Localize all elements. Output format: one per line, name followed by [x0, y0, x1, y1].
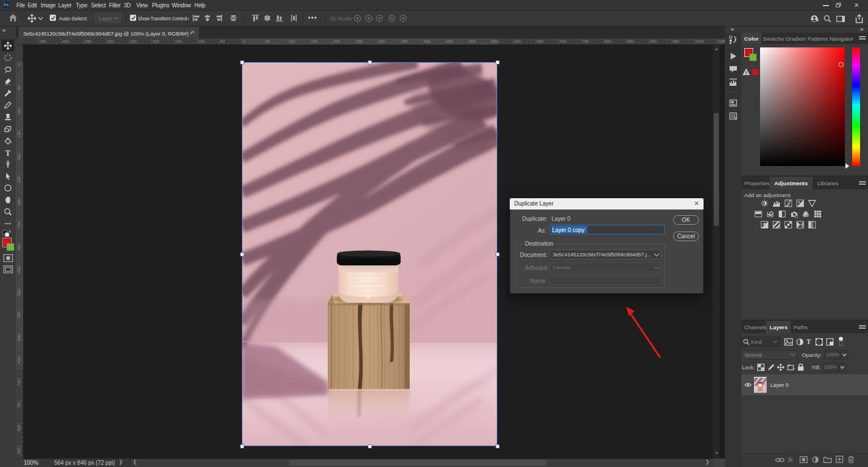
svg-text:50: 50 [220, 40, 225, 43]
svg-text:500: 500 [17, 289, 21, 296]
svg-text:100: 100 [17, 108, 21, 115]
svg-text:350: 350 [17, 221, 21, 228]
svg-text:150: 150 [17, 131, 21, 138]
svg-text:850: 850 [17, 447, 21, 454]
svg-text:0: 0 [17, 63, 21, 66]
svg-text:700: 700 [17, 379, 21, 386]
svg-text:600: 600 [17, 334, 21, 341]
svg-text:1000: 1000 [695, 40, 704, 43]
svg-text:750: 750 [17, 402, 21, 409]
svg-text:T: T [5, 149, 11, 157]
svg-text:50: 50 [266, 40, 270, 43]
svg-text:200: 200 [17, 154, 21, 160]
svg-text:450: 450 [17, 267, 21, 273]
svg-text:800: 800 [17, 425, 21, 431]
svg-text:250: 250 [17, 176, 21, 183]
svg-text:300: 300 [17, 199, 21, 206]
svg-text:50: 50 [17, 86, 21, 90]
svg-text:550: 550 [17, 312, 21, 318]
svg-text:!: ! [745, 70, 747, 76]
svg-text:0: 0 [243, 40, 245, 43]
svg-text:650: 650 [17, 357, 21, 364]
svg-text:400: 400 [17, 244, 21, 251]
